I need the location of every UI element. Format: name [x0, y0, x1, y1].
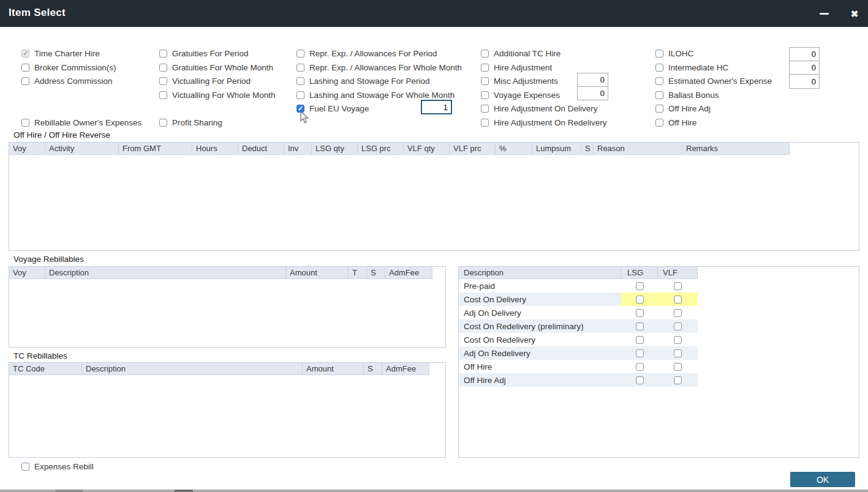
header-cell-vlf: VLF [658, 267, 698, 279]
voyage-expenses-input[interactable] [577, 86, 608, 100]
vlf-checkbox[interactable] [674, 363, 682, 371]
checkbox-repr-exp-allowances-for-whole-month[interactable]: Repr. Exp. / Allowances For Whole Month [296, 62, 462, 73]
checkbox-box[interactable] [296, 105, 304, 113]
checkbox-box[interactable] [655, 119, 663, 127]
lsg-checkbox[interactable] [636, 322, 644, 330]
checkbox-additional-tc-hire[interactable]: Additional TC Hire [481, 48, 560, 59]
checkbox-box[interactable] [655, 50, 663, 58]
vlf-checkbox[interactable] [674, 296, 682, 304]
checkbox-box[interactable] [296, 77, 304, 85]
checkbox-lashing-and-stowage-for-whole-month[interactable]: Lashing and Stowage For Whole Month [296, 89, 455, 100]
checkbox-box[interactable] [296, 64, 304, 72]
vlf-checkbox[interactable] [674, 349, 682, 357]
checkbox-lashing-and-stowage-for-period[interactable]: Lashing and Stowage For Period [296, 75, 430, 86]
checkbox-box[interactable] [159, 50, 167, 58]
vlf-checkbox[interactable] [674, 336, 682, 344]
lsg-checkbox[interactable] [636, 336, 644, 344]
header-cell-voy: Voy [9, 143, 45, 155]
checkbox-box[interactable] [21, 77, 29, 85]
close-button[interactable]: ✖ [843, 0, 866, 27]
checkbox-ballast-bonus[interactable]: Ballast Bonus [655, 89, 719, 100]
checkbox-box[interactable] [481, 91, 489, 99]
checkbox-box[interactable] [481, 105, 489, 113]
checkbox-gratuities-for-period[interactable]: Gratuities For Period [159, 48, 249, 59]
checkbox-fuel-eu-voyage[interactable]: Fuel EU Voyage [296, 103, 369, 114]
checkbox-box[interactable] [159, 91, 167, 99]
cost-row-label: Pre-paid [459, 281, 621, 291]
checkbox-box[interactable] [655, 105, 663, 113]
lsg-checkbox[interactable] [636, 363, 644, 371]
checkbox-hire-adjustment[interactable]: Hire Adjustment [481, 62, 552, 73]
lsg-checkbox[interactable] [636, 296, 644, 304]
checkbox-victualling-for-period[interactable]: Victualling For Period [159, 75, 251, 86]
checkbox-box[interactable] [21, 64, 29, 72]
checkbox-box[interactable] [159, 77, 167, 85]
checkbox-off-hire[interactable]: Off Hire [655, 117, 696, 128]
ilohc-input[interactable] [789, 47, 820, 61]
offhire-section-title: Off Hire / Off Hire Reverse [13, 130, 110, 140]
header-cell-lsg: LSG [621, 267, 658, 279]
header-filler [429, 363, 445, 375]
checkbox-label: Intermediate HC [668, 63, 728, 72]
minimize-button[interactable] [812, 0, 836, 27]
checkbox-box[interactable] [481, 64, 489, 72]
checkbox-box[interactable] [159, 119, 167, 127]
lsg-cell [621, 306, 658, 319]
checkbox-box[interactable] [21, 119, 29, 127]
checkbox-misc-adjustments[interactable]: Misc Adjustments [481, 75, 558, 86]
ok-button[interactable]: OK [790, 472, 855, 487]
checkbox-rebillable-owners-expenses[interactable]: Rebillable Owner's Expenses [21, 117, 142, 128]
checkbox-label: Misc Adjustments [494, 76, 558, 86]
checkbox-address-commission[interactable]: Address Commission [21, 75, 113, 86]
cost-row-pre-paid: Pre-paid [459, 279, 698, 293]
misc-adjustments-input[interactable] [577, 73, 608, 87]
header-cell-s: S [364, 363, 382, 375]
checkbox-hire-adjustment-on-delivery[interactable]: Hire Adjustment On Delivery [481, 103, 598, 114]
checkbox-gratuities-for-whole-month[interactable]: Gratuities For Whole Month [159, 62, 273, 73]
vlf-cell [658, 346, 698, 360]
vlf-checkbox[interactable] [674, 282, 682, 290]
estimated-owners-expense-input[interactable] [789, 74, 820, 89]
checkbox-box[interactable] [481, 119, 489, 127]
checkbox-hire-adjustment-on-redelivery[interactable]: Hire Adjustment On Redelivery [481, 117, 607, 128]
checkbox-label: Voyage Expenses [494, 91, 560, 100]
checkbox-expenses-rebill[interactable]: Expenses Rebill [21, 461, 94, 472]
checkbox-box[interactable] [655, 91, 663, 99]
checkbox-box[interactable] [21, 50, 29, 58]
checkbox-box[interactable] [159, 64, 167, 72]
checkbox-box[interactable] [296, 50, 304, 58]
checkbox-profit-sharing[interactable]: Profit Sharing [159, 117, 222, 128]
checkbox-box[interactable] [655, 64, 663, 72]
lsg-checkbox[interactable] [636, 309, 644, 317]
checkbox-label: Time Charter Hire [34, 49, 100, 58]
bottom-edge-segment [175, 490, 193, 492]
vlf-checkbox[interactable] [674, 376, 682, 384]
lsg-checkbox[interactable] [636, 282, 644, 290]
vlf-checkbox[interactable] [674, 309, 682, 317]
checkbox-intermediate-hc[interactable]: Intermediate HC [655, 62, 728, 73]
fuel-eu-voyage-input[interactable] [421, 100, 452, 114]
header-cell-description: Description [459, 267, 621, 279]
checkbox-voyage-expenses[interactable]: Voyage Expenses [481, 89, 560, 100]
vlf-checkbox[interactable] [674, 322, 682, 330]
checkbox-box[interactable] [481, 50, 489, 58]
checkbox-box[interactable] [296, 91, 304, 99]
checkbox-estimated-owners-expense[interactable]: Estimated Owner's Expense [655, 75, 772, 86]
cost-row-adj-on-redelivery: Adj On Redelivery [459, 346, 698, 360]
checkbox-label: Fuel EU Voyage [309, 104, 369, 113]
checkbox-broker-commissions[interactable]: Broker Commission(s) [21, 62, 116, 73]
intermediate-hc-input[interactable] [789, 61, 820, 75]
checkbox-off-hire-adj[interactable]: Off Hire Adj [655, 103, 711, 114]
checkbox-repr-exp-allowances-for-period[interactable]: Repr. Exp. / Allowances For Period [296, 48, 437, 59]
cost-row-cost-on-redelivery-preliminary: Cost On Redelivery (preliminary) [459, 319, 698, 333]
header-cell-lsg-prc: LSG prc [358, 143, 404, 155]
lsg-checkbox[interactable] [636, 376, 644, 384]
checkbox-box[interactable] [21, 463, 29, 471]
cost-row-label: Cost On Redelivery [459, 335, 621, 345]
checkbox-ilohc[interactable]: ILOHC [655, 48, 693, 59]
lsg-checkbox[interactable] [636, 349, 644, 357]
checkbox-victualling-for-whole-month[interactable]: Victualling For Whole Month [159, 89, 276, 100]
checkbox-box[interactable] [481, 77, 489, 85]
checkbox-box[interactable] [655, 77, 663, 85]
checkbox-time-charter-hire[interactable]: Time Charter Hire [21, 48, 100, 59]
